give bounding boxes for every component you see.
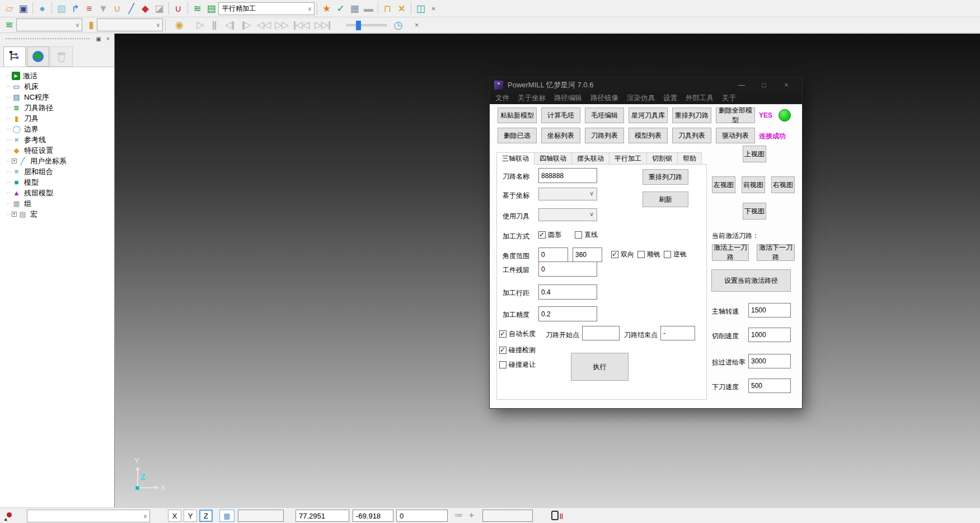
- tree-item-workplanes[interactable]: +╱用户坐标系: [2, 156, 114, 166]
- strategy-icon[interactable]: ▤: [204, 2, 218, 15]
- step-forward-icon[interactable]: |▷: [238, 18, 255, 32]
- menu-external-tools[interactable]: 外部工具: [686, 94, 714, 103]
- view-top-button[interactable]: 上视图: [743, 146, 766, 162]
- checkbox[interactable]: [637, 251, 645, 258]
- statusbar-select[interactable]: ∨: [27, 510, 150, 522]
- tree-item-activate[interactable]: ▶激活: [2, 71, 114, 81]
- collision-avoid-checkbox[interactable]: 碰撞避让: [499, 360, 536, 370]
- cursor-y-field[interactable]: [353, 510, 393, 522]
- maximize-icon[interactable]: □: [753, 81, 775, 89]
- mode-line-checkbox[interactable]: 直线: [575, 230, 598, 240]
- axis-x-button[interactable]: X: [168, 510, 181, 522]
- toolbar-close-icon[interactable]: ×: [428, 2, 439, 15]
- auto-length-checkbox[interactable]: 自动长度: [499, 329, 536, 339]
- checkbox[interactable]: [611, 251, 618, 258]
- refresh-button[interactable]: 刷新: [643, 192, 688, 207]
- tree-item-toolpaths[interactable]: ≋刀具路径: [2, 102, 114, 113]
- expand-icon[interactable]: +: [12, 212, 17, 217]
- feedrate-icon[interactable]: ↱: [68, 2, 82, 15]
- tool-pair-icon[interactable]: ⊓: [381, 2, 395, 15]
- tab-3axis[interactable]: 三轴联动: [496, 152, 534, 165]
- tab-explorer-tree[interactable]: [3, 46, 26, 67]
- stock-input[interactable]: [538, 262, 597, 277]
- cutting-speed-input[interactable]: [748, 328, 791, 342]
- tab-tilt-head[interactable]: 摆头联动: [572, 152, 609, 165]
- view-bottom-button[interactable]: 下视图: [743, 203, 766, 220]
- rewind-icon[interactable]: ◁◁: [255, 18, 273, 32]
- clock-icon[interactable]: ◷: [391, 18, 405, 32]
- delete-all-models-button[interactable]: 删除全部模型: [716, 108, 755, 123]
- bidirectional-checkbox[interactable]: 双向: [611, 250, 634, 259]
- close-icon[interactable]: ×: [775, 81, 798, 89]
- list-options-icon[interactable]: ≔: [454, 510, 463, 520]
- verify-icon[interactable]: ✓: [334, 2, 348, 15]
- axis-z-button[interactable]: Z: [199, 510, 213, 522]
- toolpath-list-button[interactable]: 刀路列表: [585, 128, 624, 143]
- tree-item-patterns[interactable]: ×参考线: [2, 134, 114, 145]
- tree-item-feature-sets[interactable]: ◆特征设置: [2, 145, 114, 156]
- checkbox[interactable]: [499, 361, 507, 368]
- tool-select[interactable]: ∨: [97, 18, 163, 31]
- tab-parallel[interactable]: 平行加工: [609, 152, 647, 165]
- tree-item-groups[interactable]: ▦组: [2, 198, 114, 209]
- tab-help[interactable]: 帮助: [678, 152, 702, 165]
- cursor-x-field[interactable]: [296, 510, 349, 522]
- tree-item-nc-programs[interactable]: ▤NC程序: [2, 92, 114, 102]
- checkbox[interactable]: [499, 330, 507, 338]
- panel-grip[interactable]: [6, 38, 90, 39]
- rearrange-button[interactable]: 重排列刀路: [643, 169, 688, 185]
- menu-settings[interactable]: 设置: [663, 94, 677, 103]
- collision-icon[interactable]: ★: [320, 2, 334, 15]
- lightbulb-icon[interactable]: ◉: [172, 18, 186, 32]
- block-icon[interactable]: ▧: [54, 2, 68, 15]
- tool-select-icon[interactable]: ▮: [86, 18, 97, 32]
- points-icon[interactable]: ◆: [138, 2, 152, 15]
- tree-item-tools[interactable]: ▮刀具: [2, 113, 114, 124]
- menu-coords[interactable]: 关于坐标: [518, 94, 546, 103]
- minimize-icon[interactable]: —: [730, 81, 753, 89]
- tool-block-icon[interactable]: ◪: [152, 2, 166, 15]
- menu-about[interactable]: 关于: [722, 94, 736, 103]
- coord-list-button[interactable]: 坐标列表: [541, 128, 580, 143]
- grid-size-field[interactable]: [238, 510, 284, 522]
- viewmill-icon[interactable]: ●: [35, 2, 49, 15]
- execute-button[interactable]: 执行: [571, 353, 629, 381]
- menu-file[interactable]: 文件: [495, 94, 509, 103]
- checkbox[interactable]: [538, 231, 546, 239]
- checkbox[interactable]: [499, 347, 507, 354]
- panel-close-icon[interactable]: ×: [104, 35, 112, 43]
- rearrange-toolpaths-button[interactable]: 重排列刀路: [672, 108, 711, 123]
- tolerance-status-field[interactable]: [482, 510, 533, 522]
- tree-item-boundaries[interactable]: ◯边界: [2, 124, 114, 134]
- tab-explorer-web[interactable]: [27, 46, 49, 67]
- tree-item-stock-models[interactable]: ▲残留模型: [2, 188, 114, 198]
- drive-list-button[interactable]: 驱动列表: [716, 128, 755, 143]
- pause-icon[interactable]: ||: [207, 18, 221, 32]
- conventional-mill-checkbox[interactable]: 逆铣: [664, 250, 687, 259]
- view-left-button[interactable]: 左视图: [712, 176, 735, 193]
- jog-axes-icon[interactable]: +: [469, 510, 474, 520]
- tab-4axis[interactable]: 四轴联动: [534, 152, 572, 165]
- go-first-icon[interactable]: |◁◁: [290, 18, 312, 32]
- skim-feed-input[interactable]: [748, 354, 791, 368]
- record-dot-icon[interactable]: [7, 512, 12, 517]
- holder-profile-icon[interactable]: ∪: [171, 2, 185, 15]
- go-last-icon[interactable]: ▷▷|: [312, 18, 333, 32]
- plunge-speed-input[interactable]: [748, 379, 791, 393]
- stepover-input[interactable]: [538, 284, 597, 300]
- calculator-icon[interactable]: ▦: [348, 2, 362, 15]
- tree-item-levels[interactable]: ≡层和组合: [2, 166, 114, 177]
- slider-handle[interactable]: [356, 21, 361, 30]
- start-point-input[interactable]: [582, 326, 620, 340]
- tool-list-button[interactable]: 刀具列表: [672, 128, 711, 143]
- climb-mill-checkbox[interactable]: 顺铣: [637, 250, 660, 259]
- toolpath-select[interactable]: ∨: [16, 18, 82, 31]
- block-edit-button[interactable]: 毛坯编辑: [585, 108, 624, 123]
- tree-item-macros[interactable]: +▤宏: [2, 209, 114, 220]
- activate-prev-button[interactable]: 激活上一刀路: [712, 244, 749, 261]
- angle-to-input[interactable]: [573, 248, 602, 262]
- tool-icon[interactable]: ▼: [96, 2, 110, 15]
- tree-item-machine[interactable]: ▭机床: [2, 81, 114, 92]
- panel-restore-icon[interactable]: ▣: [95, 35, 102, 43]
- tolerance-input[interactable]: [538, 306, 597, 321]
